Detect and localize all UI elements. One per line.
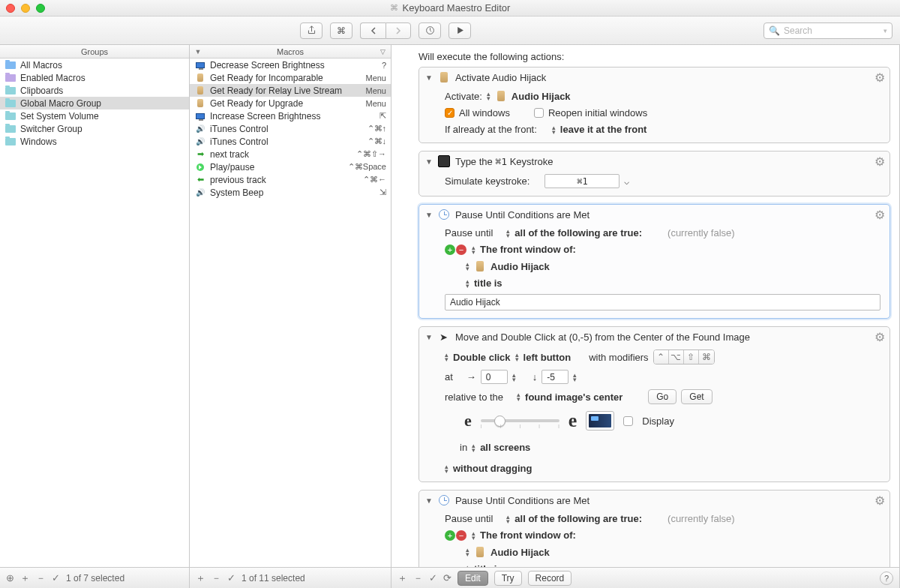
- remove-condition-button[interactable]: −: [456, 244, 466, 255]
- x-stepper[interactable]: [512, 373, 516, 382]
- stepper-icon[interactable]: [445, 464, 448, 473]
- stepper-icon[interactable]: [466, 548, 470, 556]
- macro-icon: [194, 99, 206, 107]
- macro-row[interactable]: Increase Screen Brightness⇱: [190, 110, 391, 122]
- run-button[interactable]: [448, 22, 471, 39]
- y-field[interactable]: -5: [542, 370, 568, 384]
- sort-asc-icon[interactable]: ▼: [191, 48, 205, 56]
- toggle-group-button[interactable]: ✓: [52, 572, 60, 584]
- group-row[interactable]: Global Macro Group: [0, 97, 189, 110]
- search-field[interactable]: 🔍 Search ▾: [764, 22, 892, 39]
- record-button[interactable]: Record: [528, 571, 572, 586]
- keystroke-menu[interactable]: ⌵: [624, 176, 629, 187]
- remove-macro-button[interactable]: －: [212, 572, 221, 585]
- x-field[interactable]: 0: [481, 370, 508, 384]
- target-icon[interactable]: ⊕: [6, 572, 14, 584]
- go-button[interactable]: Go: [648, 389, 676, 404]
- nav-group: [360, 22, 411, 39]
- keystroke-field[interactable]: ⌘1: [544, 174, 620, 188]
- stepper-icon[interactable]: [472, 531, 476, 540]
- try-button[interactable]: Try: [494, 571, 522, 586]
- group-row[interactable]: Set System Volume: [0, 110, 189, 122]
- group-row[interactable]: Switcher Group: [0, 122, 189, 135]
- add-action-button[interactable]: ＋: [398, 572, 407, 585]
- disclosure-icon[interactable]: ▼: [425, 496, 433, 505]
- stepper-icon[interactable]: [472, 443, 476, 452]
- remove-group-button[interactable]: －: [36, 572, 46, 585]
- group-row[interactable]: Enabled Macros: [0, 71, 189, 84]
- opt-mod-button[interactable]: ⌥: [669, 350, 684, 364]
- remove-action-button[interactable]: －: [413, 572, 423, 585]
- stepper-icon[interactable]: [515, 352, 519, 362]
- back-button[interactable]: [360, 22, 386, 39]
- reopen-checkbox[interactable]: [534, 108, 544, 118]
- action-activate[interactable]: ⚙ ▼ Activate Audio Hijack Activate: Audi…: [418, 67, 890, 143]
- macro-row[interactable]: Get Ready for Relay Live StreamMenu: [190, 84, 391, 97]
- macro-row[interactable]: 🔊System Beep⇲: [190, 186, 391, 199]
- stepper-icon[interactable]: [472, 245, 476, 254]
- stepper-icon[interactable]: [506, 229, 510, 238]
- image-well[interactable]: [586, 411, 614, 430]
- forward-button[interactable]: [386, 22, 411, 39]
- add-group-button[interactable]: ＋: [20, 572, 30, 585]
- add-condition-button[interactable]: +: [445, 530, 455, 541]
- edit-button[interactable]: Edit: [458, 571, 488, 586]
- command-button[interactable]: ⌘: [330, 22, 352, 39]
- sort-desc-icon[interactable]: ▽: [376, 48, 389, 56]
- macro-row[interactable]: ➡next track⌃⌘⇧→: [190, 148, 391, 160]
- stepper-icon[interactable]: [466, 262, 470, 271]
- ctrl-mod-button[interactable]: ⌃: [654, 350, 669, 364]
- macro-row[interactable]: 🔊iTunes Control⌃⌘↑: [190, 122, 391, 135]
- stepper-icon[interactable]: [466, 279, 470, 288]
- macro-row[interactable]: Get Ready for IncomparableMenu: [190, 71, 391, 84]
- add-macro-button[interactable]: ＋: [196, 572, 206, 585]
- group-row[interactable]: Windows: [0, 135, 189, 148]
- y-stepper[interactable]: [573, 373, 577, 382]
- stepper-icon[interactable]: [506, 514, 510, 524]
- help-button[interactable]: ?: [880, 572, 893, 585]
- display-checkbox[interactable]: [623, 416, 633, 426]
- macro-row[interactable]: Decrease Screen Brightness?: [190, 58, 391, 71]
- disclosure-icon[interactable]: ▼: [425, 158, 433, 166]
- all-windows-checkbox[interactable]: ✓: [445, 108, 454, 118]
- macro-row[interactable]: Get Ready for UpgradeMenu: [190, 97, 391, 110]
- group-row[interactable]: Clipboards: [0, 84, 189, 97]
- toggle-action-button[interactable]: ✓: [429, 572, 437, 584]
- shift-mod-button[interactable]: ⇧: [684, 350, 699, 364]
- step-button[interactable]: ⟳: [443, 572, 452, 584]
- macro-row[interactable]: Play/pause⌃⌘Space: [190, 160, 391, 173]
- stepper-icon[interactable]: [445, 352, 448, 362]
- pause-label: Pause until: [445, 227, 493, 238]
- action-pause-1[interactable]: ⚙ ▼ Pause Until Conditions are Met Pause…: [418, 204, 890, 319]
- action-move-click[interactable]: ⚙ ▼ ➤ Move and Double Click at (0,-5) fr…: [418, 326, 890, 482]
- group-label: Enabled Macros: [20, 73, 184, 83]
- disclosure-icon[interactable]: ▼: [425, 333, 433, 341]
- status-text: (currently false): [668, 227, 735, 238]
- get-button[interactable]: Get: [681, 389, 712, 404]
- fuzz-slider[interactable]: |||||: [481, 419, 560, 422]
- gear-icon[interactable]: ⚙: [874, 154, 885, 169]
- add-condition-button[interactable]: +: [445, 244, 455, 255]
- cmd-mod-button[interactable]: ⌘: [699, 350, 714, 364]
- group-row[interactable]: All Macros: [0, 58, 189, 71]
- toggle-macro-button[interactable]: ✓: [227, 572, 236, 584]
- macro-row[interactable]: ⬅previous track⌃⌘←: [190, 173, 391, 186]
- macro-row[interactable]: 🔊iTunes Control⌃⌘↓: [190, 135, 391, 148]
- gear-icon[interactable]: ⚙: [874, 70, 885, 85]
- gear-icon[interactable]: ⚙: [874, 208, 885, 222]
- stepper-icon[interactable]: [517, 392, 520, 401]
- recent-button[interactable]: [418, 22, 441, 39]
- disclosure-icon[interactable]: ▼: [425, 211, 433, 219]
- disclosure-icon[interactable]: ▼: [425, 74, 433, 82]
- macro-label: previous track: [210, 175, 360, 185]
- share-button[interactable]: [300, 22, 322, 39]
- gear-icon[interactable]: ⚙: [874, 494, 885, 508]
- action-pause-2[interactable]: ⚙ ▼ Pause Until Conditions are Met Pause…: [418, 490, 890, 567]
- action-keystroke[interactable]: ⚙ ▼ Type the ⌘1 Keystroke Simulate keyst…: [418, 151, 890, 196]
- stepper-icon[interactable]: [487, 92, 490, 100]
- remove-condition-button[interactable]: −: [456, 530, 466, 541]
- gear-icon[interactable]: ⚙: [874, 330, 885, 344]
- stepper-icon[interactable]: [552, 125, 556, 134]
- stepper-icon[interactable]: [466, 565, 470, 568]
- title-value-field[interactable]: Audio Hijack: [445, 294, 880, 310]
